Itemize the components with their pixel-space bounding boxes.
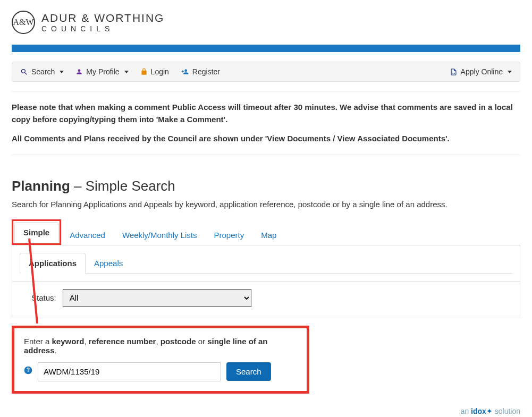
nav-login-link[interactable]: Login [140,67,169,76]
tab-property[interactable]: Property [206,225,253,245]
tab-map[interactable]: Map [252,225,285,245]
notice-block: Please note that when making a comment P… [0,101,532,145]
search-instruction: Enter a keyword, reference number, postc… [24,337,297,355]
page-subtitle: Search for Planning Applications and App… [0,200,532,219]
chevron-down-icon [508,71,512,73]
decorative-bar [12,45,520,52]
notice-text-1: Please note that when making a comment P… [12,103,513,124]
chevron-down-icon [124,71,129,73]
logo-subtitle: COUNCILS [41,24,164,33]
page-title: Planning – Simple Search [0,165,532,200]
svg-text:?: ? [27,367,30,373]
star-icon: ✦ [486,407,493,415]
tab-advanced[interactable]: Advanced [61,225,114,245]
main-navbar: Search My Profile Login Register Apply O… [12,62,520,82]
logo-title: ADUR & WORTHING [41,12,164,24]
site-logo: A&W ADUR & WORTHING COUNCILS [12,0,520,39]
chevron-down-icon [60,71,64,73]
person-icon [75,68,83,75]
nav-search-dropdown[interactable]: Search [20,67,64,76]
search-tabs: Simple Advanced Weekly/Monthly Lists Pro… [12,219,520,245]
nav-profile-label: My Profile [86,67,119,76]
highlight-simple-tab: Simple [12,219,61,245]
status-filter-row: Status: All [12,282,520,318]
nav-search-label: Search [31,67,55,76]
tab-weekly-monthly[interactable]: Weekly/Monthly Lists [114,225,206,245]
notice-text-2: All Comments and Plans received by the C… [12,134,450,143]
subtab-appeals[interactable]: Appeals [86,253,131,273]
subtab-applications[interactable]: Applications [20,253,86,274]
help-icon[interactable]: ? [24,366,32,377]
divider [12,155,520,155]
highlight-search-area: Enter a keyword, reference number, postc… [12,326,309,394]
nav-register-label: Register [192,67,220,76]
status-select[interactable]: All [63,289,251,307]
nav-login-label: Login [151,67,169,76]
nav-apply-dropdown[interactable]: Apply Online [450,67,512,76]
document-icon [450,68,458,76]
tab-simple[interactable]: Simple [14,222,58,243]
footer-credit: an idox✦ solution [0,394,532,418]
sub-tabs: Applications Appeals [20,253,512,274]
logo-circle: A&W [12,11,35,34]
divider [12,91,520,92]
search-button[interactable]: Search [226,362,271,381]
nav-profile-dropdown[interactable]: My Profile [75,67,128,76]
lock-icon [140,68,148,75]
status-label: Status: [31,293,56,302]
nav-apply-label: Apply Online [461,67,503,76]
magnifier-icon [20,68,28,76]
nav-register-link[interactable]: Register [181,67,220,76]
search-input[interactable] [38,362,221,381]
register-icon [181,68,189,75]
